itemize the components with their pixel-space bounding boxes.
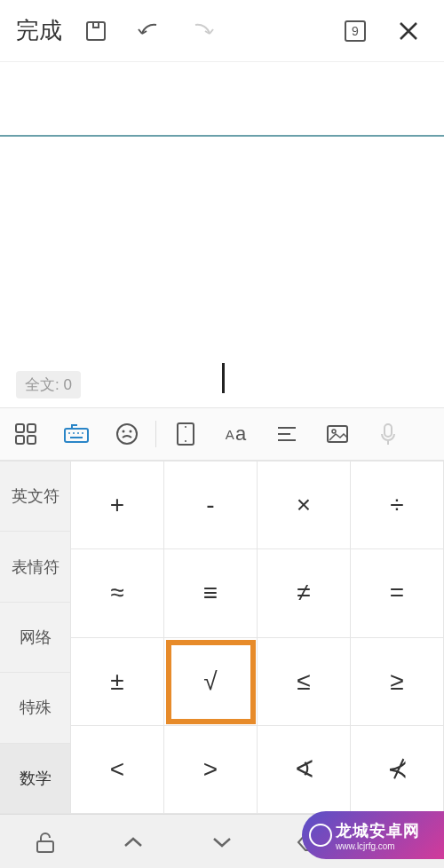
category-0[interactable]: 英文符 xyxy=(0,462,70,532)
key-3-0[interactable]: < xyxy=(71,726,164,814)
watermark-sub: www.lcjrfg.com xyxy=(336,841,444,851)
key-2-2[interactable]: ≤ xyxy=(258,638,351,726)
chevron-down-icon[interactable] xyxy=(178,815,266,868)
key-1-1[interactable]: ≡ xyxy=(164,549,258,637)
done-button[interactable]: 完成 xyxy=(9,15,69,46)
fullscreen-icon[interactable] xyxy=(160,422,210,446)
align-icon[interactable] xyxy=(261,425,312,443)
key-1-3[interactable]: = xyxy=(351,549,444,637)
key-3-2[interactable]: ∢ xyxy=(258,726,351,814)
svg-point-15 xyxy=(122,430,124,433)
category-4[interactable]: 数学 xyxy=(0,744,70,814)
emoji-icon[interactable] xyxy=(101,422,152,446)
svg-point-18 xyxy=(185,426,186,428)
key-2-0[interactable]: ± xyxy=(71,638,164,726)
apps-icon[interactable] xyxy=(0,422,51,446)
category-3[interactable]: 特殊 xyxy=(0,673,70,743)
key-0-3[interactable]: ÷ xyxy=(351,462,444,549)
key-3-1[interactable]: > xyxy=(164,726,258,814)
text-cursor xyxy=(222,363,225,393)
svg-point-16 xyxy=(129,430,131,433)
svg-rect-22 xyxy=(385,424,392,437)
svg-rect-0 xyxy=(87,22,105,40)
svg-point-19 xyxy=(185,440,186,442)
font-icon[interactable]: Aa xyxy=(210,422,261,446)
svg-rect-1 xyxy=(93,22,99,28)
svg-point-11 xyxy=(77,432,79,434)
svg-rect-5 xyxy=(28,424,36,432)
svg-rect-6 xyxy=(16,436,24,444)
redo-icon xyxy=(176,21,229,41)
category-2[interactable]: 网络 xyxy=(0,603,70,673)
keyboard-icon[interactable] xyxy=(51,423,101,445)
svg-rect-23 xyxy=(37,841,53,852)
key-2-1[interactable]: √ xyxy=(164,638,258,726)
undo-icon[interactable] xyxy=(123,21,176,41)
key-0-0[interactable]: + xyxy=(71,462,164,549)
svg-point-12 xyxy=(82,432,83,434)
close-icon[interactable] xyxy=(382,20,435,43)
save-icon[interactable] xyxy=(69,20,123,43)
word-count-badge: 全文: 0 xyxy=(16,371,81,398)
svg-rect-7 xyxy=(28,436,36,444)
watermark-title: 龙城安卓网 xyxy=(336,820,444,841)
watermark: 龙城安卓网 www.lcjrfg.com xyxy=(302,811,444,859)
lock-icon[interactable] xyxy=(0,815,89,868)
key-1-2[interactable]: ≠ xyxy=(258,549,351,637)
svg-rect-8 xyxy=(65,429,88,442)
key-2-3[interactable]: ≥ xyxy=(351,638,444,726)
svg-point-9 xyxy=(68,432,70,434)
svg-point-21 xyxy=(332,430,336,433)
svg-rect-4 xyxy=(16,424,24,432)
text-input-area[interactable] xyxy=(0,62,444,135)
key-1-0[interactable]: ≈ xyxy=(71,549,164,637)
category-1[interactable]: 表情符 xyxy=(0,532,70,602)
svg-point-14 xyxy=(117,424,137,444)
svg-text:9: 9 xyxy=(352,24,359,38)
canvas-area[interactable]: 全文: 0 xyxy=(0,137,444,407)
key-3-3[interactable]: ⊀ xyxy=(351,726,444,814)
image-icon[interactable] xyxy=(312,424,362,444)
svg-point-10 xyxy=(73,432,75,434)
key-0-2[interactable]: × xyxy=(258,462,351,549)
mic-icon[interactable] xyxy=(362,422,413,446)
chevron-up-icon[interactable] xyxy=(89,815,178,868)
svg-rect-13 xyxy=(70,437,83,438)
counter-box[interactable]: 9 xyxy=(329,20,382,43)
key-0-1[interactable]: - xyxy=(164,462,258,549)
